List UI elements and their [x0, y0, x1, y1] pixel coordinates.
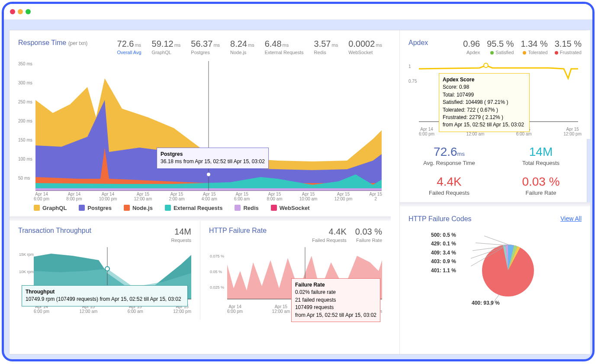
panel-title: HTTP Failure Codes: [408, 215, 472, 223]
panel-apdex: Apdex 0.96 Apdex95.5 % Satisfied1.34 % T…: [400, 30, 590, 139]
metric-overall-avg: 72.6ms Overall Avg: [117, 39, 141, 55]
legend-websocket[interactable]: WebSocket: [271, 205, 310, 211]
panel-title: Transaction Throughput: [18, 227, 91, 243]
kpi-grid: 72.6ms Avg. Response Time14M Total Reque…: [400, 139, 590, 202]
panel-response-time: Response Time (per txn) 72.6ms Overall A…: [10, 30, 391, 216]
svg-text:0.05 %: 0.05 %: [210, 270, 222, 274]
legend-node-js[interactable]: Node.js: [124, 205, 153, 211]
panel-title: HTTP Failure Rate: [209, 227, 267, 243]
svg-point-20: [303, 292, 307, 296]
svg-text:200 ms: 200 ms: [18, 119, 32, 123]
apdex-metric-apdex: 0.96 Apdex: [463, 39, 480, 55]
dashboard: Response Time (per txn) 72.6ms Overall A…: [9, 30, 587, 354]
svg-text:300 ms: 300 ms: [18, 81, 32, 85]
metric-postgres: 56.37ms Postgres: [191, 39, 220, 55]
metric-external-requests: 6.48ms External Requests: [265, 39, 304, 55]
legend-external-requests[interactable]: External Requests: [165, 205, 222, 211]
apdex-metric-tolerated: 1.34 % Tolerated: [521, 39, 547, 55]
svg-text:10K rpm: 10K rpm: [19, 270, 34, 274]
legend-graphql[interactable]: GraphQL: [34, 205, 67, 211]
panel-title: Response Time (per txn): [18, 39, 87, 47]
svg-point-14: [105, 267, 109, 271]
svg-text:1: 1: [408, 64, 411, 69]
pie-labels: 500: 0.5 %429: 0.1 %409: 3.4 %403: 0.9 %…: [431, 231, 456, 275]
svg-text:150 ms: 150 ms: [18, 138, 32, 142]
kpi-avg-response-time: 72.6ms Avg. Response Time: [403, 145, 495, 166]
throughput-total: 14M: [171, 227, 191, 237]
metric-node-js: 8.24ms Node.js: [230, 39, 254, 55]
metric-redis: 3.57ms Redis: [314, 39, 338, 55]
failure-rate: 0.03 %: [355, 227, 382, 237]
failure-chart[interactable]: 0.075 % 0.05 % 0.025 %: [209, 247, 382, 303]
left-column: Response Time (per txn) 72.6ms Overall A…: [10, 30, 391, 354]
failed-requests: 4.4K: [312, 227, 347, 237]
response-time-chart[interactable]: 350 ms300 ms250 ms200 ms150 ms100 ms50 m…: [18, 61, 382, 191]
right-column: Apdex 0.96 Apdex95.5 % Satisfied1.34 % T…: [399, 30, 590, 354]
close-icon[interactable]: [10, 9, 15, 14]
metric-websocket: 0.0002ms WebSocket: [348, 39, 382, 55]
kpi-failed-requests: 4.4K Failed Requests: [403, 175, 495, 196]
metric-graphql: 59.12ms GraphQL: [152, 39, 181, 55]
app-window: Response Time (per txn) 72.6ms Overall A…: [2, 2, 595, 361]
view-all-link[interactable]: View All: [560, 215, 582, 223]
svg-text:0.75: 0.75: [408, 79, 417, 84]
apdex-metric-satisfied: 95.5 % Satisfied: [487, 39, 514, 55]
svg-text:100 ms: 100 ms: [18, 157, 32, 161]
throughput-chart[interactable]: 15K rpm 10K rpm: [18, 247, 191, 303]
panel-failure-rate: HTTP Failure Rate 4.4K Failed Requests 0…: [200, 221, 391, 320]
panel-throughput: Transaction Throughput 14M Requests 15K …: [10, 221, 200, 320]
svg-line-27: [476, 243, 508, 245]
svg-text:0.025 %: 0.025 %: [210, 285, 224, 290]
svg-text:50 ms: 50 ms: [18, 176, 30, 180]
legend-redis[interactable]: Redis: [235, 205, 258, 211]
apdex-chart[interactable]: 1 0.75: [408, 61, 579, 126]
bottom-row: Transaction Throughput 14M Requests 15K …: [10, 221, 391, 320]
panel-failure-codes: HTTP Failure Codes View All: [400, 206, 590, 354]
titlebar: [4, 4, 592, 19]
svg-text:350 ms: 350 ms: [18, 61, 32, 66]
kpi-total-requests: 14M Total Requests: [495, 145, 587, 166]
minimize-icon[interactable]: [18, 9, 23, 14]
chart-legend: GraphQLPostgresNode.jsExternal RequestsR…: [18, 201, 382, 214]
svg-text:250 ms: 250 ms: [18, 100, 32, 104]
zoom-icon[interactable]: [26, 9, 31, 14]
pie-label-400: 400: 93.9 %: [472, 300, 500, 306]
svg-point-9: [206, 172, 211, 177]
panel-title: Apdex: [408, 39, 428, 47]
apdex-metric-frustrated: 3.15 % Frustrated: [555, 39, 582, 55]
legend-postgres[interactable]: Postgres: [79, 205, 112, 211]
response-metrics: 72.6ms Overall Avg59.12ms GraphQL56.37ms…: [117, 39, 382, 55]
svg-text:0.075 %: 0.075 %: [210, 254, 224, 258]
svg-point-24: [484, 63, 488, 68]
svg-text:15K rpm: 15K rpm: [19, 252, 34, 257]
x-axis-labels: Apr 146:00 pmApr 148:00 pmApr 1410:00 pm…: [18, 191, 382, 201]
kpi-failure-rate: 0.03 % Failure Rate: [495, 175, 587, 196]
apdex-metrics: 0.96 Apdex95.5 % Satisfied1.34 % Tolerat…: [463, 39, 582, 55]
